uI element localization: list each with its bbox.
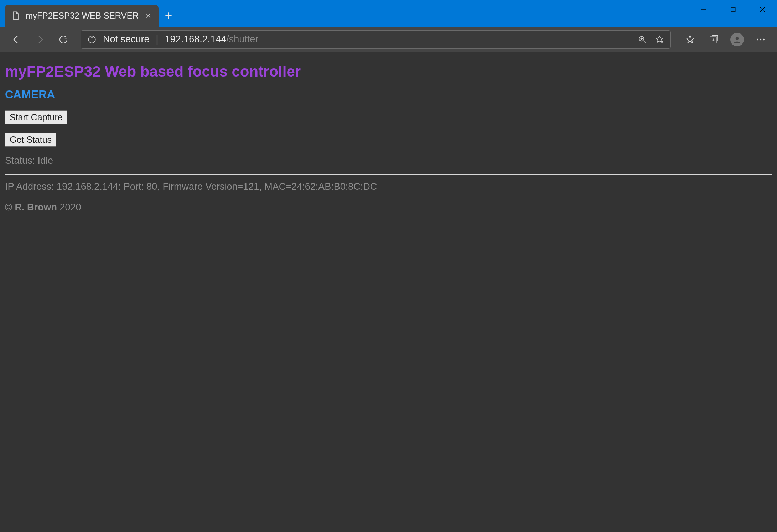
copyright-year: 2020 <box>59 202 81 213</box>
footer-info-line: IP Address: 192.168.2.144: Port: 80, Fir… <box>5 181 772 192</box>
copyright-line: © R. Brown 2020 <box>5 202 772 213</box>
svg-point-22 <box>757 38 758 40</box>
more-button[interactable] <box>751 30 771 49</box>
ip-label: IP Address: <box>5 181 54 192</box>
window-close-button[interactable] <box>748 0 777 19</box>
address-text: Not secure | 192.168.2.144/shutter <box>103 34 631 45</box>
window-minimize-button[interactable] <box>689 0 719 19</box>
page-heading: myFP2ESP32 Web based focus controller <box>5 63 772 80</box>
svg-rect-5 <box>731 7 735 12</box>
tab-close-button[interactable] <box>144 11 153 20</box>
svg-point-21 <box>736 37 739 40</box>
browser-tab[interactable]: myFP2ESP32 WEB SERVER <box>5 5 159 27</box>
address-host: 192.168.2.144 <box>165 34 227 45</box>
svg-line-12 <box>643 41 645 42</box>
port-label: Port: <box>124 181 144 192</box>
favorite-add-icon[interactable] <box>653 33 665 46</box>
copyright-symbol: © <box>5 202 12 213</box>
window-controls <box>689 0 777 19</box>
site-info-icon[interactable] <box>86 33 98 46</box>
profile-button[interactable] <box>727 30 747 49</box>
fw-label: Firmware Version= <box>162 181 243 192</box>
page-icon <box>11 11 21 21</box>
new-tab-button[interactable] <box>160 5 177 27</box>
horizontal-rule <box>5 174 772 175</box>
refresh-button[interactable] <box>53 30 73 49</box>
page-content: myFP2ESP32 Web based focus controller CA… <box>0 52 777 532</box>
status-label: Status: <box>5 155 35 166</box>
port-value: 80 <box>146 181 157 192</box>
mac-label: MAC= <box>264 181 291 192</box>
window-maximize-button[interactable] <box>719 0 748 19</box>
back-button[interactable] <box>6 30 26 49</box>
avatar-icon <box>730 33 744 46</box>
address-bar[interactable]: Not secure | 192.168.2.144/shutter <box>81 30 671 49</box>
copyright-author: R. Brown <box>15 202 57 213</box>
zoom-icon[interactable] <box>636 33 648 46</box>
address-separator: | <box>156 34 159 45</box>
status-line: Status: Idle <box>5 155 772 166</box>
status-value: Idle <box>38 155 53 166</box>
security-label: Not secure <box>103 34 150 45</box>
start-capture-button[interactable]: Start Capture <box>5 110 67 124</box>
svg-point-10 <box>92 37 92 38</box>
address-path: /shutter <box>226 34 258 45</box>
mac-value: 24:62:AB:B0:8C:DC <box>291 181 377 192</box>
collections-button[interactable] <box>704 30 724 49</box>
toolbar-right-icons <box>680 30 771 49</box>
svg-point-23 <box>760 38 762 40</box>
tab-title: myFP2ESP32 WEB SERVER <box>26 11 139 21</box>
svg-point-24 <box>763 38 765 40</box>
section-title: CAMERA <box>5 88 772 101</box>
forward-button[interactable] <box>30 30 50 49</box>
window-titlebar: myFP2ESP32 WEB SERVER <box>0 0 777 27</box>
get-status-button[interactable]: Get Status <box>5 133 56 147</box>
ip-value: 192.168.2.144 <box>57 181 118 192</box>
browser-toolbar: Not secure | 192.168.2.144/shutter <box>0 27 777 52</box>
fw-value: 121 <box>243 181 259 192</box>
tab-strip: myFP2ESP32 WEB SERVER <box>0 0 689 27</box>
favorites-button[interactable] <box>680 30 700 49</box>
